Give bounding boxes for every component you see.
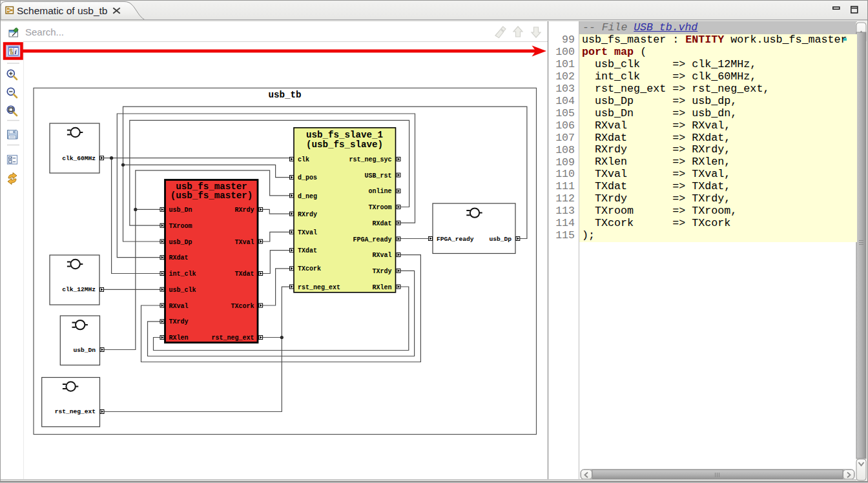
svg-text:i: i	[15, 48, 17, 56]
